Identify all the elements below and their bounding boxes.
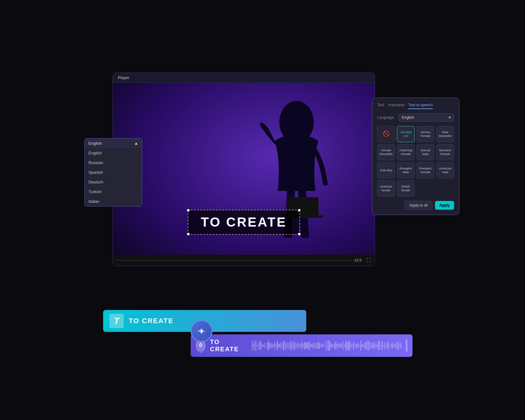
lang-selected: English [88, 141, 102, 146]
lang-option-italian[interactable]: Italian [85, 197, 142, 206]
text-overlay-box[interactable]: TO CREATE [188, 210, 300, 235]
tts-tabs: Text Animation Text-to-speech [377, 103, 454, 109]
voice-mute[interactable]: 🚫 [377, 126, 395, 142]
waveform [252, 339, 402, 352]
svg-point-5 [200, 345, 201, 346]
lang-option-english[interactable]: English [85, 148, 142, 158]
tts-actions: Apply to all Apply [377, 201, 454, 210]
tts-language-value: English [402, 115, 414, 120]
apply-all-button[interactable]: Apply to all [405, 201, 432, 210]
voice-american-female[interactable]: American female [377, 180, 395, 197]
handle-bl[interactable] [187, 233, 190, 235]
chevron-down-icon: ▾ [449, 115, 451, 120]
handle-tr[interactable] [298, 209, 300, 212]
lang-option-spanish[interactable]: Spanish [85, 168, 142, 177]
lang-option-turkish[interactable]: Turkish [85, 187, 142, 197]
voice-charming-female[interactable]: Charming Female [397, 144, 415, 160]
timeline-dots [117, 260, 354, 261]
tts-language-row: Language English ▾ [377, 113, 454, 122]
mute-icon: 🚫 [383, 130, 390, 138]
lang-dropdown-header[interactable]: English ▲ [85, 138, 142, 148]
voice-energetic-female[interactable]: Energetic Female [417, 162, 434, 178]
player-title: Player [118, 75, 129, 80]
player-window: Player [112, 72, 375, 266]
handle-br[interactable] [298, 233, 300, 235]
lang-option-russian[interactable]: Russian [85, 158, 142, 168]
convert-icon [197, 326, 207, 336]
fullscreen-icon[interactable]: ⛶ [367, 258, 371, 263]
text-track-icon: T [109, 314, 124, 328]
timeline-bar: 16:9 ⛶ [113, 255, 375, 266]
tts-language-label: Language [377, 115, 396, 120]
voice-serious-female[interactable]: Serious Female [417, 126, 434, 142]
voice-cute-boy[interactable]: Cute Boy [377, 162, 395, 178]
handle-tl[interactable] [187, 209, 190, 212]
overlay-text: TO CREATE [201, 215, 287, 230]
text-track-label: TO CREATE [129, 317, 173, 325]
language-dropdown[interactable]: English ▲ English Russian Spanish Deutsc… [84, 138, 142, 207]
player-content: TO CREATE 16:9 ⛶ [113, 83, 375, 266]
tab-animation[interactable]: Animation [388, 103, 404, 109]
lang-option-deutsch[interactable]: Deutsch [85, 177, 142, 187]
voice-british-female[interactable]: British female [397, 180, 415, 197]
voice-female-storyteller[interactable]: Female Storyteller [377, 144, 395, 160]
convert-button[interactable] [191, 320, 212, 342]
voice-american-male[interactable]: American male [436, 162, 454, 178]
chevron-icon: ▲ [134, 141, 138, 146]
audio-track[interactable]: TO CREATE [191, 334, 412, 357]
tab-tts[interactable]: Text-to-speech [408, 103, 433, 109]
voice-narrative-female[interactable]: Narrative Female [436, 144, 454, 160]
tts-language-select[interactable]: English ▾ [398, 113, 454, 122]
apply-button[interactable]: Apply [435, 201, 454, 210]
voice-male-storyteller[interactable]: Male Storyteller [436, 126, 454, 142]
voice-grid: 🚫 Adorable Girl Serious Female Male Stor… [377, 126, 454, 197]
voice-adorable-girl[interactable]: Adorable Girl [397, 126, 415, 142]
audio-track-label: TO CREATE [210, 338, 248, 353]
voice-normal-male[interactable]: Normal Male [417, 144, 434, 160]
player-titlebar: Player [113, 73, 375, 83]
tts-panel: Text Animation Text-to-speech Language E… [372, 98, 459, 215]
aspect-ratio[interactable]: 16:9 [354, 258, 362, 262]
voice-energetic-male[interactable]: Energetic Male [397, 162, 415, 178]
tab-text[interactable]: Text [377, 103, 384, 109]
audio-track-end [406, 339, 408, 352]
